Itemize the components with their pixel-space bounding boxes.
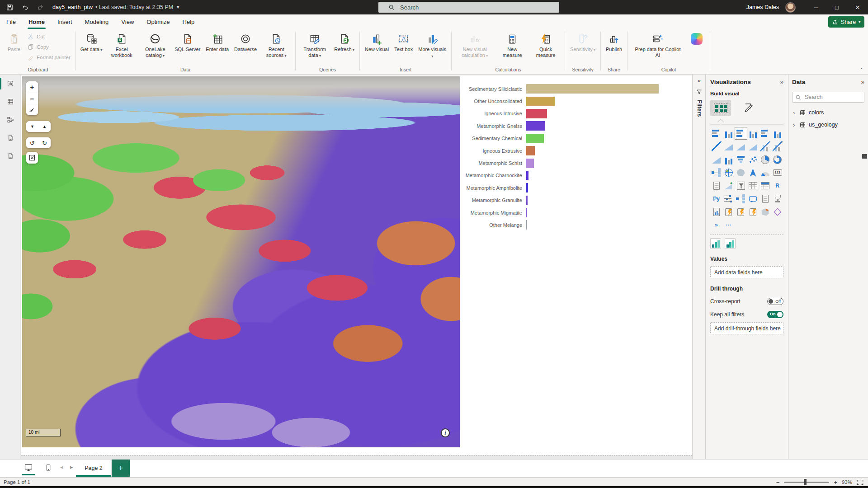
- ribbon-button-enter-data[interactable]: Enter data: [203, 31, 231, 53]
- viz-icon-filled-map[interactable]: [735, 168, 747, 178]
- viz-icon-pie-chart[interactable]: [759, 155, 771, 164]
- ribbon-button-text-box[interactable]: AText box: [392, 31, 415, 53]
- chart-bar[interactable]: [526, 84, 659, 94]
- expand-chevron-icon[interactable]: ›: [793, 122, 797, 128]
- ribbon-button-refresh[interactable]: Refresh ▾: [332, 31, 357, 54]
- ribbon-button-sensitivity[interactable]: Sensitivity ▾: [568, 31, 598, 54]
- data-table-us_geology[interactable]: ›us_geology: [792, 119, 864, 130]
- ribbon-button-excel-workbook[interactable]: XExcel workbook: [105, 31, 138, 59]
- chart-bar[interactable]: [526, 97, 555, 106]
- share-button[interactable]: Share ▾: [828, 16, 864, 28]
- rail-item-tmdl-view[interactable]: TMDL: [0, 147, 20, 165]
- next-page-chevron-icon[interactable]: ▸: [70, 464, 73, 470]
- rail-item-table-view[interactable]: [0, 93, 20, 111]
- viz-icon-dynamic-filter[interactable]: [747, 207, 759, 217]
- ribbon-tab-modeling[interactable]: Modeling: [79, 14, 115, 29]
- ribbon-button-paste[interactable]: Paste: [4, 31, 24, 53]
- viz-icon-stacked-bar-chart[interactable]: [710, 128, 722, 138]
- ribbon-button-new-visual-calculation[interactable]: fxNew visual calculation ▾: [454, 31, 495, 60]
- viz-icon-python-visual[interactable]: [710, 194, 722, 204]
- viz-icon-funnel-chart[interactable]: [735, 155, 747, 164]
- viz-icon-matrix[interactable]: [759, 181, 771, 191]
- ribbon-button-more-visuals[interactable]: More visuals ▾: [416, 31, 448, 60]
- chart-bar[interactable]: [526, 171, 528, 180]
- map-zoom-in-button[interactable]: +: [26, 81, 38, 93]
- ribbon-tab-optimize[interactable]: Optimize: [140, 14, 176, 29]
- map-compass-button[interactable]: [26, 104, 38, 115]
- viz-icon-custom-visual-2[interactable]: [725, 239, 736, 249]
- filters-expand-icon[interactable]: «: [693, 75, 706, 86]
- ribbon-tab-view[interactable]: View: [115, 14, 140, 29]
- ribbon-button-onelake-catalog[interactable]: OneLake catalog ▾: [139, 31, 171, 60]
- filter-funnel-icon[interactable]: [693, 86, 706, 97]
- viz-icon-gauge[interactable]: [759, 168, 771, 178]
- viz-icon-power-platform[interactable]: [710, 220, 722, 230]
- ribbon-tab-help[interactable]: Help: [176, 14, 201, 29]
- viz-icon-r-script-visual[interactable]: [771, 181, 783, 191]
- viz-icon-100-stacked-area-chart[interactable]: [747, 141, 759, 151]
- report-canvas[interactable]: + − ▼ ▲ ↺ ↻ 10 mi i Sedimentary: [21, 75, 692, 455]
- keep-all-filters-toggle[interactable]: On: [767, 311, 783, 318]
- viz-icon-100-stacked-bar-chart[interactable]: [759, 128, 771, 138]
- viz-icon-new-slicer[interactable]: [722, 194, 735, 204]
- zoom-out-icon[interactable]: −: [776, 479, 780, 486]
- viz-icon-qa-visual[interactable]: [747, 194, 759, 204]
- scrollbar-thumb[interactable]: [862, 154, 867, 159]
- ribbon-button-publish[interactable]: Publish: [604, 31, 624, 53]
- chart-bar[interactable]: [526, 220, 527, 230]
- ribbon-button-prep-data-for-copilot[interactable]: Prep data for Copilot AI: [630, 31, 685, 59]
- viz-icon-line-and-stacked-column-chart[interactable]: [759, 141, 771, 151]
- ribbon-button-get-data[interactable]: Get data ▾: [78, 31, 104, 54]
- chart-bar[interactable]: [526, 109, 547, 118]
- geology-terrain-map[interactable]: [22, 76, 460, 447]
- viz-icon-stacked-area-chart[interactable]: [735, 141, 747, 151]
- format-visual-tab[interactable]: [743, 103, 754, 113]
- chart-bar[interactable]: [526, 121, 545, 131]
- viz-icon-clustered-bar-chart[interactable]: [735, 128, 747, 138]
- previous-page-chevron-icon[interactable]: ◂: [60, 464, 63, 470]
- viz-icon-waterfall-chart[interactable]: [722, 155, 735, 164]
- chart-bar[interactable]: [526, 159, 534, 168]
- viz-icon-smart-narrative[interactable]: [759, 194, 771, 204]
- filters-label[interactable]: Filters: [696, 100, 703, 117]
- undo-icon[interactable]: [19, 1, 31, 13]
- maximize-button[interactable]: □: [826, 0, 847, 14]
- viz-icon-multi-row-card[interactable]: [710, 181, 722, 191]
- redo-icon[interactable]: [34, 1, 46, 13]
- ribbon-button-transform-data[interactable]: Transform data ▾: [298, 31, 331, 60]
- mobile-layout-icon[interactable]: [42, 462, 55, 473]
- chart-bar[interactable]: [526, 134, 544, 143]
- visualizations-collapse-icon[interactable]: »: [780, 79, 783, 85]
- chart-bar[interactable]: [526, 146, 535, 155]
- global-search-box[interactable]: [378, 2, 559, 13]
- ribbon-tab-home[interactable]: Home: [22, 14, 51, 29]
- viz-icon-map[interactable]: [722, 168, 735, 178]
- ribbon-button-dataverse[interactable]: Dataverse: [232, 31, 259, 53]
- viz-icon-slicer[interactable]: [735, 181, 747, 191]
- map-visual[interactable]: + − ▼ ▲ ↺ ↻ 10 mi i: [22, 76, 460, 447]
- page-tab[interactable]: Page 2: [76, 460, 112, 477]
- new-page-button[interactable]: +: [112, 460, 130, 477]
- viz-icon-stacked-column-chart[interactable]: [722, 128, 735, 138]
- data-search-input[interactable]: [804, 94, 858, 101]
- viz-icon-line-chart[interactable]: [710, 141, 722, 151]
- viz-icon-kpi[interactable]: [722, 181, 735, 191]
- minimize-button[interactable]: ─: [806, 0, 826, 14]
- user-name[interactable]: James Dales: [746, 4, 779, 10]
- viz-icon-paginated-report[interactable]: [710, 207, 722, 217]
- viz-icon-clustered-column-chart[interactable]: [747, 128, 759, 138]
- ribbon-tab-insert[interactable]: Insert: [51, 14, 79, 29]
- drill-through-field-well[interactable]: Add drill-through fields here: [710, 322, 783, 334]
- rail-item-dax-query-view[interactable]: DAX: [0, 129, 20, 147]
- viz-icon-azure-map[interactable]: [747, 168, 759, 178]
- map-rotate-ccw-button[interactable]: ↺: [26, 137, 38, 148]
- search-input[interactable]: [399, 4, 535, 11]
- ribbon-collapse-icon[interactable]: ⌃: [860, 67, 863, 72]
- save-icon[interactable]: [4, 1, 15, 13]
- viz-icon-area-chart[interactable]: [722, 141, 735, 151]
- map-attribution-info-icon[interactable]: i: [441, 428, 450, 437]
- chart-bar[interactable]: [526, 183, 528, 192]
- map-zoom-out-button[interactable]: −: [26, 93, 38, 104]
- viz-icon-scatter-chart[interactable]: [747, 155, 759, 164]
- viz-icon-table[interactable]: [747, 181, 759, 191]
